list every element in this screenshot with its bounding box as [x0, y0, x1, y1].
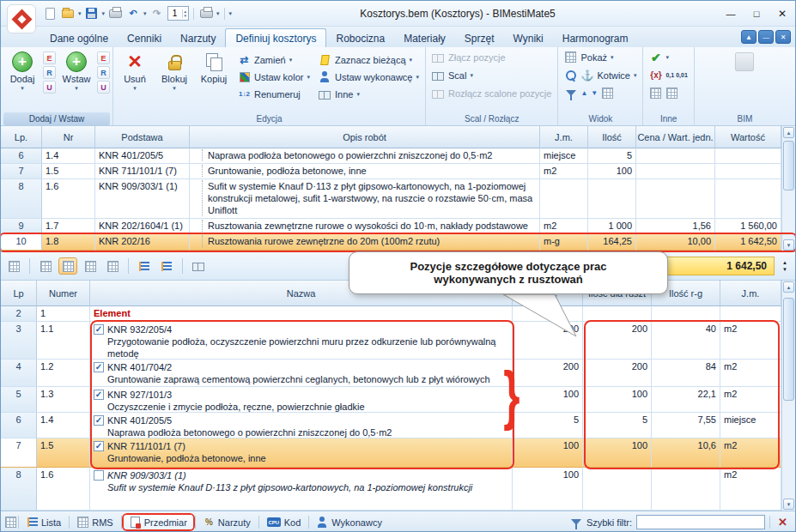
- row-checkbox[interactable]: ✓: [94, 441, 104, 451]
- wstaw-button[interactable]: + Wstaw ▾: [58, 49, 95, 92]
- tab-sprzet[interactable]: Sprzęt: [455, 29, 504, 47]
- list-item-element[interactable]: 2 1 Element: [1, 306, 795, 322]
- wstaw-element-button[interactable]: E: [97, 51, 110, 64]
- wstaw-robocizna-button[interactable]: R: [97, 66, 110, 79]
- undo-icon[interactable]: ↶: [125, 6, 141, 21]
- columns-icon[interactable]: [601, 87, 614, 100]
- row-checkbox[interactable]: ✓: [94, 415, 104, 426]
- col-numer[interactable]: Numer: [37, 281, 90, 306]
- pokaz-button[interactable]: Pokaż ▾: [561, 49, 617, 65]
- list-view2-icon[interactable]: [157, 257, 176, 275]
- dodaj-button[interactable]: + Dodaj ▾: [3, 49, 41, 92]
- col-nr[interactable]: Nr: [42, 126, 95, 148]
- tab-narzuty[interactable]: Narzuty: [171, 29, 225, 47]
- rozlacz-button[interactable]: Rozłącz scalone pozycje: [428, 85, 555, 101]
- table-row-6[interactable]: 6 1.4 KNR 401/205/5 Naprawa podłoża beto…: [1, 148, 795, 164]
- inne-button[interactable]: Inne ▾: [315, 86, 422, 102]
- scroll-up-icon[interactable]: ▲: [783, 281, 794, 293]
- tab-materialy[interactable]: Materiały: [394, 29, 455, 47]
- tab-wykonawcy[interactable]: Wykonawcy: [311, 515, 388, 529]
- kopiuj-button[interactable]: Kopiuj: [195, 49, 233, 84]
- col-ilosc-rg[interactable]: Ilość r-g: [652, 281, 720, 306]
- tab-kod[interactable]: CPU Kod: [261, 516, 307, 529]
- formula-button[interactable]: {x} 0,1 0,01: [646, 67, 690, 83]
- tab-wyniki[interactable]: Wyniki: [504, 29, 553, 47]
- table-row-10-selected[interactable]: 10 1.8 KNR 202/16 Rusztowania rurowe zew…: [1, 234, 795, 251]
- edit-table-icon[interactable]: [4, 257, 23, 275]
- list-item-1-3[interactable]: 5 1.3 ✓ KNR 927/101/3Oczyszczenie i zmyc…: [1, 387, 795, 413]
- spin-down-icon[interactable]: ▼: [782, 267, 787, 272]
- col-opis[interactable]: Opis robót: [190, 126, 540, 148]
- dodaj-element-button[interactable]: E: [43, 51, 56, 64]
- move-up-icon[interactable]: ▲: [580, 89, 587, 97]
- view-mode-3-icon[interactable]: [81, 257, 100, 275]
- qat-spinner-arrows[interactable]: ▴▾: [182, 9, 189, 18]
- view-mode-1-icon[interactable]: [36, 257, 55, 275]
- lower-scrollbar[interactable]: ▲ ▼: [781, 281, 795, 511]
- list-item-1-6[interactable]: 8 1.6 KNR 909/303/1 (1)Sufit w systemie …: [1, 468, 795, 511]
- bim-button[interactable]: [726, 49, 763, 73]
- col-jm[interactable]: J.m.: [540, 126, 588, 148]
- tab-dane-ogolne[interactable]: Dane ogólne: [40, 29, 118, 47]
- move-down-icon[interactable]: ▼: [591, 89, 598, 97]
- list-item-1-1[interactable]: 3 1.1 ✓ KNR 932/205/4Przygotowanie podło…: [1, 322, 795, 360]
- close-button[interactable]: ✕: [769, 4, 795, 23]
- upper-scrollbar[interactable]: ▲ ▼: [781, 126, 795, 251]
- save-icon[interactable]: [84, 6, 100, 21]
- view-mode-4-icon[interactable]: [103, 257, 122, 275]
- open-folder-icon[interactable]: [60, 6, 76, 21]
- scroll-down-icon[interactable]: ▼: [783, 499, 794, 510]
- ustaw-wykonawce-button[interactable]: Ustaw wykonawcę ▾: [315, 69, 422, 85]
- scroll-up-icon[interactable]: ▲: [783, 127, 794, 138]
- filter-funnel-icon[interactable]: [564, 87, 577, 100]
- tab-lista[interactable]: Lista: [21, 515, 67, 529]
- ribbon-collapse-icon[interactable]: ▲: [741, 30, 757, 44]
- dodaj-uslugi-button[interactable]: U: [43, 81, 56, 94]
- qat-spinner[interactable]: 1 ▴▾: [167, 6, 190, 21]
- open-dropdown-icon[interactable]: ▾: [78, 10, 82, 17]
- tab-cenniki[interactable]: Cenniki: [118, 29, 171, 47]
- undo-dropdown-icon[interactable]: ▾: [143, 10, 147, 17]
- blokuj-button[interactable]: Blokuj ▾: [155, 49, 193, 92]
- col-ilosc-dla-ruszt[interactable]: Ilość dla ruszt: [583, 281, 652, 306]
- tab-definiuj-kosztorys[interactable]: Definiuj kosztorys: [225, 28, 326, 47]
- zaznacz-biezaca-button[interactable]: Zaznacz bieżącą ▾: [315, 51, 422, 68]
- scroll-thumb[interactable]: [783, 141, 794, 190]
- qat-more-icon[interactable]: ▾: [216, 10, 220, 17]
- calc-icon[interactable]: [649, 87, 662, 100]
- list-item-1-4[interactable]: 6 1.4 ✓ KNR 401/205/5Naprawa podłoża bet…: [1, 413, 795, 438]
- view-mode-2-icon[interactable]: [58, 257, 77, 275]
- filter-funnel-icon[interactable]: [571, 517, 582, 528]
- ustaw-kolor-button[interactable]: Ustaw kolor ▾: [234, 69, 313, 85]
- tab-robocizna[interactable]: Robocizna: [326, 29, 394, 47]
- tab-narzuty[interactable]: % Narzuty: [197, 515, 257, 529]
- maximize-button[interactable]: □: [744, 4, 769, 23]
- accept-button[interactable]: ✔ ▾: [646, 49, 672, 65]
- child-close-icon[interactable]: ✕: [775, 30, 791, 44]
- col-lp[interactable]: Lp: [1, 281, 37, 306]
- print-preview-icon[interactable]: [198, 6, 214, 21]
- col-podstawa[interactable]: Podstawa: [95, 126, 190, 148]
- filter-input[interactable]: [636, 515, 765, 529]
- list-view-icon[interactable]: [135, 257, 154, 275]
- col-ilosc[interactable]: Ilość: [588, 126, 636, 148]
- renumeruj-button[interactable]: 1↓2 Renumeruj: [234, 86, 313, 102]
- col-nazwa[interactable]: Nazwa: [90, 281, 513, 306]
- row-checkbox[interactable]: ✓: [94, 362, 104, 372]
- new-document-icon[interactable]: [42, 6, 58, 21]
- wstaw-uslugi-button[interactable]: U: [97, 81, 110, 94]
- print-icon[interactable]: [107, 6, 123, 21]
- kotwice-button[interactable]: ⚓ Kotwice ▾: [561, 67, 640, 83]
- precision-icon[interactable]: 0,1 0,01: [665, 72, 687, 79]
- tab-przedmiar[interactable]: Przedmiar: [124, 515, 193, 529]
- scroll-thumb[interactable]: [783, 298, 794, 401]
- col-ilosc[interactable]: Ilość: [513, 281, 583, 306]
- table-row-7[interactable]: 7 1.5 KNR 711/101/1 (7) Gruntowanie, pod…: [1, 164, 795, 179]
- total-spinner[interactable]: ▲ ▼: [778, 260, 792, 272]
- row-checkbox[interactable]: ✓: [94, 390, 104, 400]
- col-cena[interactable]: Cena / Wart. jedn.: [636, 126, 715, 148]
- clear-filter-icon[interactable]: ✕: [775, 516, 791, 529]
- row-checkbox[interactable]: [94, 470, 104, 481]
- minimize-button[interactable]: —: [718, 4, 744, 23]
- app-logo-icon[interactable]: [7, 4, 36, 33]
